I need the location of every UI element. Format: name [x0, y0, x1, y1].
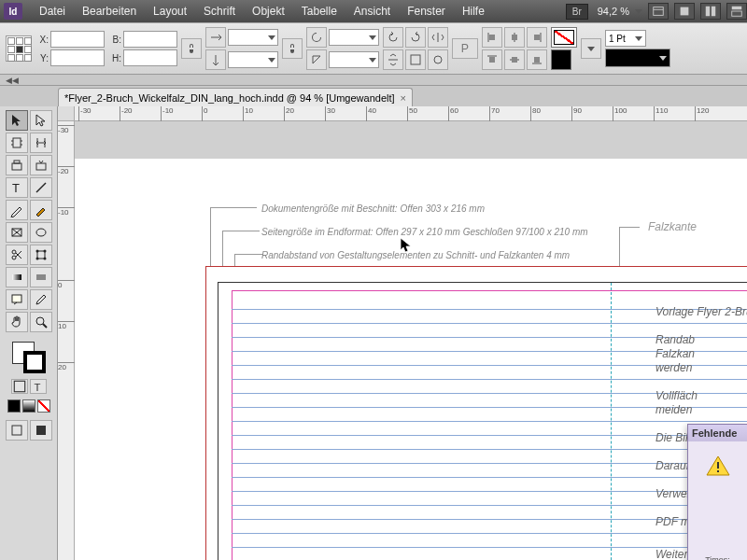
horizontal-ruler[interactable]: -30 -20 -10 0 10 20 30 40 50 60 70 80 90… [75, 106, 747, 121]
gap-tool[interactable] [30, 133, 52, 153]
close-tab-icon[interactable]: × [401, 92, 406, 104]
width-input[interactable] [123, 31, 177, 48]
constrain-proportions-icon[interactable] [181, 38, 202, 59]
zoom-dropdown-icon[interactable] [635, 9, 642, 14]
menu-window[interactable]: Fenster [400, 2, 453, 21]
apply-none-icon[interactable] [37, 399, 50, 413]
missing-fonts-dialog[interactable]: Fehlende Times: Fehle [687, 424, 747, 560]
menu-object[interactable]: Objekt [245, 2, 292, 21]
rotate-cw-icon[interactable] [405, 27, 426, 48]
gradient-feather-tool[interactable] [30, 267, 52, 287]
rectangle-frame-tool[interactable] [6, 222, 28, 243]
stroke-swatch[interactable] [551, 49, 571, 70]
body-text: Randab [655, 333, 695, 346]
gradient-swatch-tool[interactable] [6, 267, 28, 287]
menu-view[interactable]: Ansicht [346, 2, 398, 21]
workspace-switcher-icon[interactable] [726, 3, 747, 20]
rotate-dropdown[interactable] [329, 29, 379, 46]
menu-help[interactable]: Hilfe [455, 2, 492, 21]
line-tool[interactable] [30, 177, 52, 198]
constrain-scale-icon[interactable] [282, 38, 303, 59]
rotate-ccw-icon[interactable] [383, 27, 403, 48]
align-right-icon[interactable] [527, 27, 547, 48]
shear-icon[interactable] [306, 49, 327, 70]
fill-stroke-proxy[interactable] [10, 340, 48, 375]
formatting-text-icon[interactable]: T [30, 379, 47, 394]
scale-y-dropdown[interactable] [228, 51, 278, 68]
shear-dropdown[interactable] [329, 51, 379, 68]
hruler-tick: 100 [613, 106, 627, 121]
document-tab[interactable]: *Flyer_2-Bruch_Wickelfalz_DIN_lang_hoch.… [58, 88, 413, 106]
hand-tool[interactable] [6, 312, 28, 332]
scale-x-dropdown[interactable] [228, 29, 278, 46]
dialog-title: Fehlende [688, 425, 747, 441]
direct-selection-tool[interactable] [30, 110, 52, 131]
zoom-tool[interactable] [30, 312, 52, 332]
page-tool[interactable] [6, 133, 28, 153]
svg-rect-34 [37, 251, 45, 259]
type-tool[interactable]: T [6, 177, 28, 198]
content-collector-tool[interactable] [6, 155, 28, 175]
scale-y-icon[interactable] [205, 49, 226, 70]
bridge-button[interactable]: Br [566, 4, 588, 20]
flip-horizontal-icon[interactable] [428, 27, 448, 48]
normal-view-icon[interactable] [6, 420, 28, 441]
svg-rect-49 [717, 470, 719, 472]
selection-tool[interactable] [6, 110, 28, 131]
ellipse-tool[interactable] [30, 222, 52, 243]
leader-line [619, 227, 640, 228]
svg-text:T: T [12, 181, 20, 195]
screen-mode-icon[interactable] [674, 3, 695, 20]
svg-rect-47 [36, 426, 46, 435]
menu-file[interactable]: Datei [32, 2, 73, 21]
menu-layout[interactable]: Layout [146, 2, 194, 21]
vertical-ruler[interactable]: -30 -20 -10 0 10 20 [58, 121, 75, 560]
svg-rect-41 [12, 295, 21, 302]
stroke-weight-input[interactable]: 1 Pt [605, 30, 646, 47]
document-canvas[interactable]: -30 -20 -10 0 10 20 30 40 50 60 70 80 90… [58, 106, 747, 560]
height-input[interactable] [123, 49, 177, 66]
vruler-tick: 20 [58, 362, 75, 371]
free-transform-tool[interactable] [30, 245, 52, 265]
formatting-container-icon[interactable] [11, 379, 28, 394]
preview-view-icon[interactable] [30, 420, 52, 441]
align-left-icon[interactable] [482, 27, 502, 48]
y-input[interactable] [50, 49, 105, 66]
align-center-h-icon[interactable] [504, 27, 525, 48]
menu-type[interactable]: Schrift [196, 2, 243, 21]
x-input[interactable] [50, 31, 105, 48]
arrange-documents-icon[interactable] [700, 3, 721, 20]
apply-gradient-icon[interactable] [22, 399, 35, 413]
mouse-cursor-icon [400, 237, 413, 254]
pasteboard: Dokumentengröße mit Beschnitt: Offen 303… [75, 121, 747, 560]
pen-tool[interactable] [6, 200, 28, 220]
rotate-icon[interactable] [306, 27, 327, 48]
stroke-style-dropdown[interactable] [605, 49, 670, 67]
svg-line-27 [36, 183, 46, 192]
panel-collapse-strip[interactable]: ◀◀ [0, 75, 747, 86]
fill-swatch-none[interactable] [551, 27, 577, 48]
view-options-icon[interactable] [648, 3, 669, 20]
menu-edit[interactable]: Bearbeiten [75, 2, 144, 21]
align-center-v-icon[interactable] [504, 49, 525, 70]
scale-x-icon[interactable] [205, 27, 226, 48]
svg-point-33 [12, 256, 16, 259]
reference-point-picker[interactable] [6, 35, 32, 62]
eyedropper-tool[interactable] [30, 289, 52, 310]
align-top-icon[interactable] [482, 49, 502, 70]
select-content-icon[interactable] [428, 49, 448, 70]
paragraph-style-icon[interactable]: P [452, 38, 478, 59]
pencil-tool[interactable] [30, 200, 52, 220]
align-bottom-icon[interactable] [527, 49, 547, 70]
content-placer-tool[interactable] [30, 155, 52, 175]
svg-rect-23 [12, 163, 21, 170]
note-tool[interactable] [6, 289, 28, 310]
zoom-level[interactable]: 94,2 % [598, 6, 629, 17]
ruler-origin-icon[interactable] [58, 106, 75, 121]
apply-color-black-icon[interactable] [7, 399, 21, 413]
select-container-icon[interactable] [405, 49, 426, 70]
flip-vertical-icon[interactable] [383, 49, 403, 70]
menu-table[interactable]: Tabelle [294, 2, 345, 21]
scissors-tool[interactable] [6, 245, 28, 265]
swatch-dropdown-icon[interactable] [581, 38, 601, 59]
